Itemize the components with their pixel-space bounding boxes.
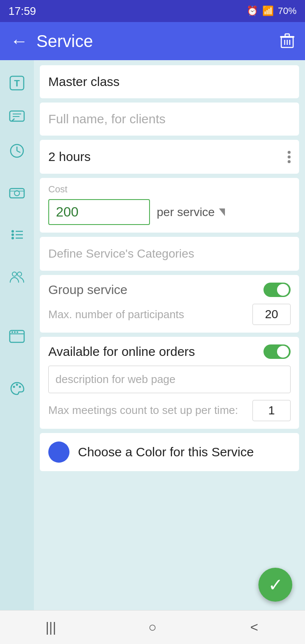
- color-label: Choose a Color for this Service: [78, 445, 254, 459]
- group-icon: [0, 250, 34, 303]
- max-participants-line: Max. number of participants: [48, 304, 291, 325]
- color-row[interactable]: Choose a Color for this Service: [40, 433, 299, 471]
- back-button[interactable]: ←: [10, 32, 28, 50]
- page-title: Service: [36, 32, 280, 51]
- max-meetings-input[interactable]: [252, 400, 291, 421]
- online-toggle-line: Available for online orders: [48, 344, 291, 359]
- message-icon: [0, 100, 34, 134]
- categories-placeholder: Define Service's Categories: [48, 247, 194, 260]
- nav-back-button[interactable]: <: [237, 617, 271, 638]
- group-service-toggle[interactable]: [263, 283, 291, 297]
- online-orders-row: Available for online orders Max meetings…: [40, 337, 299, 429]
- online-orders-toggle[interactable]: [263, 344, 291, 359]
- online-orders-label: Available for online orders: [48, 344, 195, 359]
- cost-input[interactable]: [48, 199, 150, 225]
- money-icon: [0, 168, 34, 218]
- cost-label: Cost: [48, 184, 291, 195]
- header: ← Service: [0, 22, 305, 60]
- duration-row: 2 hours: [40, 140, 299, 174]
- svg-point-30: [13, 386, 15, 388]
- group-toggle-line: Group service: [48, 283, 291, 297]
- color-icon: [0, 369, 34, 408]
- svg-point-15: [14, 191, 19, 196]
- nav-menu-button[interactable]: |||: [34, 617, 68, 638]
- color-circle: [48, 441, 69, 463]
- clock-icon: [0, 134, 34, 168]
- duration-text: 2 hours: [48, 150, 288, 164]
- max-participants-input[interactable]: [252, 304, 291, 325]
- status-time: 17:59: [8, 5, 36, 18]
- cost-row: Cost per service: [40, 178, 299, 233]
- status-bar: 17:59 ⏰ 📶 70%: [0, 0, 305, 22]
- wifi-icon: 📶: [262, 6, 274, 17]
- nav-home-button[interactable]: ○: [136, 617, 169, 638]
- sidebar: T: [0, 60, 34, 610]
- svg-text:T: T: [14, 78, 20, 89]
- max-meetings-label: Max meetings count to set up per time:: [48, 403, 252, 418]
- per-service-wrap: per service: [157, 205, 225, 219]
- per-service-text: per service: [157, 205, 215, 219]
- browser-icon: [0, 303, 34, 369]
- svg-rect-2: [285, 34, 289, 36]
- main-container: T: [0, 60, 305, 610]
- categories-row[interactable]: Define Service's Categories: [40, 237, 299, 271]
- toggle-knob: [277, 284, 289, 296]
- svg-point-27: [11, 331, 13, 333]
- service-name-input[interactable]: [40, 65, 299, 98]
- group-service-label: Group service: [48, 283, 128, 297]
- list-icon: [0, 218, 34, 250]
- per-service-arrow-icon: [219, 208, 225, 216]
- full-name-row: [40, 103, 299, 136]
- svg-point-19: [11, 237, 14, 239]
- max-participants-label: Max. number of participants: [48, 308, 184, 321]
- delete-button[interactable]: [280, 33, 295, 49]
- content-area: 2 hours Cost per service Define Service'…: [34, 60, 305, 610]
- full-name-input[interactable]: [40, 103, 299, 136]
- online-toggle-knob: [277, 346, 289, 358]
- svg-point-17: [11, 230, 14, 233]
- status-icons: ⏰ 📶 70%: [247, 6, 297, 17]
- svg-point-23: [12, 272, 17, 276]
- check-icon: ✓: [268, 575, 283, 595]
- svg-rect-14: [10, 189, 24, 198]
- svg-point-28: [14, 331, 16, 333]
- more-options-button[interactable]: [288, 151, 291, 163]
- battery-icon: 70%: [278, 6, 297, 17]
- service-name-row: [40, 65, 299, 98]
- svg-point-18: [11, 233, 14, 236]
- svg-point-31: [16, 384, 18, 386]
- alarm-icon: ⏰: [247, 6, 258, 17]
- text-icon: T: [0, 66, 34, 100]
- svg-line-13: [17, 151, 20, 153]
- description-input[interactable]: [48, 366, 291, 393]
- group-service-row: Group service Max. number of participant…: [40, 275, 299, 333]
- save-fab-button[interactable]: ✓: [258, 568, 292, 602]
- svg-point-29: [17, 331, 18, 333]
- bottom-navigation: ||| ○ <: [0, 610, 305, 644]
- svg-point-24: [17, 272, 22, 276]
- cost-input-row: per service: [48, 199, 291, 225]
- svg-point-32: [19, 386, 21, 388]
- max-meetings-line: Max meetings count to set up per time:: [48, 400, 291, 421]
